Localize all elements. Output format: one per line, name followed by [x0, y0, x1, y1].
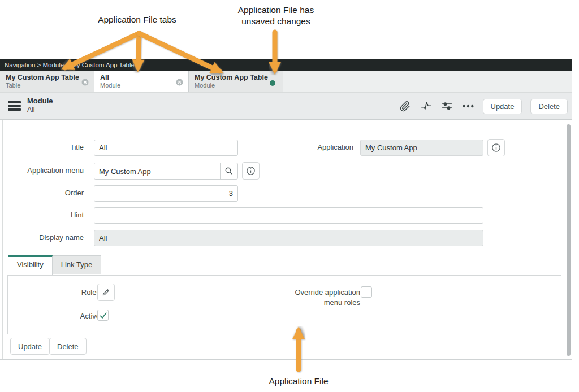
display-name-readonly-input	[94, 230, 483, 246]
application-readonly-input	[360, 140, 483, 156]
file-tab-subtitle: Module	[100, 82, 174, 89]
active-checkbox[interactable]	[97, 310, 109, 321]
delete-button-footer[interactable]: Delete	[49, 338, 87, 355]
display-name-field-label: Display name	[0, 233, 84, 242]
annotation-bottom-label: Application File	[242, 376, 355, 387]
application-field-label: Application	[260, 143, 353, 151]
application-info-button[interactable]	[487, 139, 505, 156]
file-tab-all-module[interactable]: All Module	[94, 71, 189, 92]
record-header-titles: Module All	[27, 97, 53, 114]
override-application-menu-roles-label: Override applicationmenu roles	[234, 288, 360, 308]
breadcrumb: Navigation > Module > My Custom App Tabl…	[0, 59, 572, 71]
personalize-form-icon[interactable]	[441, 100, 453, 112]
module-form: Title Application Application menu	[0, 120, 572, 359]
application-menu-lookup	[94, 163, 238, 180]
title-field-label: Title	[0, 143, 84, 151]
file-tab-title: All	[100, 73, 174, 81]
annotation-unsaved-line2: unsaved changes	[241, 16, 310, 26]
visibility-panel: Roles Active Override applicationmenu ro…	[7, 275, 561, 334]
studio-window: Navigation > Module > My Custom App Tabl…	[0, 59, 572, 360]
screenshot-page: { "annotations": { "tabs_label": "Applic…	[0, 0, 579, 392]
file-tab-subtitle: Module	[195, 82, 268, 89]
tab-link-type[interactable]: Link Type	[53, 255, 101, 274]
annotation-unsaved-line1: Application File has	[238, 5, 314, 15]
override-application-menu-roles-checkbox[interactable]	[361, 286, 372, 298]
tab-visibility[interactable]: Visibility	[8, 255, 53, 275]
record-header-actions: Update Delete	[399, 93, 568, 120]
annotation-tabs-label: Application File tabs	[79, 14, 195, 25]
close-tab-icon[interactable]	[81, 79, 89, 86]
activity-stream-icon[interactable]	[420, 100, 433, 112]
application-menu-field-label: Application menu	[0, 166, 84, 175]
file-tab-table[interactable]: My Custom App Table Table	[0, 71, 94, 92]
record-type-label: Module	[27, 97, 53, 106]
active-field-label: Active	[8, 311, 100, 321]
application-menu-input[interactable]	[94, 163, 220, 179]
file-tab-module-unsaved[interactable]: My Custom App Table Module	[189, 71, 283, 92]
edit-roles-button[interactable]	[97, 284, 115, 301]
roles-field-label: Roles	[8, 288, 100, 298]
file-tabstrip: My Custom App Table Table All Module My …	[0, 71, 572, 93]
update-button-footer[interactable]: Update	[10, 338, 50, 355]
close-tab-icon[interactable]	[176, 79, 183, 86]
reference-lookup-icon[interactable]	[220, 163, 237, 179]
more-options-icon[interactable]	[462, 100, 474, 112]
breadcrumb-text: Navigation > Module > My Custom App Tabl…	[5, 62, 135, 68]
order-field-label: Order	[0, 189, 84, 197]
attachment-icon[interactable]	[399, 100, 412, 112]
annotation-unsaved-label: Application File has unsaved changes	[216, 5, 336, 27]
file-tab-subtitle: Table	[6, 82, 79, 89]
file-tab-title: My Custom App Table	[195, 73, 268, 81]
application-menu-info-button[interactable]	[242, 162, 260, 180]
record-header: Module All	[0, 93, 572, 120]
vertical-scrollbar[interactable]	[567, 124, 571, 356]
file-tab-title: My Custom App Table	[6, 73, 79, 81]
delete-button-header[interactable]: Delete	[530, 99, 568, 114]
unsaved-changes-dot	[270, 80, 275, 86]
record-name-label: All	[27, 106, 53, 114]
hint-input[interactable]	[94, 207, 483, 224]
title-input[interactable]	[94, 140, 238, 156]
section-tabbar: Visibility Link Type	[8, 255, 101, 274]
order-input[interactable]	[94, 185, 238, 202]
form-context-menu-icon[interactable]	[8, 101, 21, 112]
hint-field-label: Hint	[0, 211, 84, 219]
update-button-header[interactable]: Update	[483, 99, 522, 114]
